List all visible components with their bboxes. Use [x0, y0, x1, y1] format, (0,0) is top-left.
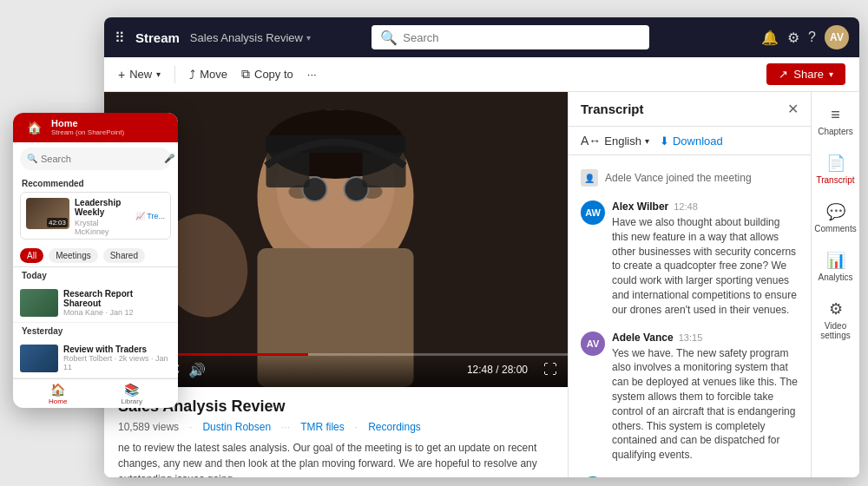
mobile-list-info-0: Research Report Shareout Mona Kane · Jan… — [63, 289, 171, 317]
search-bar[interactable]: 🔍 — [372, 25, 649, 49]
mobile-search-bar[interactable]: 🔍 🎤 — [20, 148, 171, 170]
video-location2[interactable]: Recordings — [368, 421, 421, 433]
mobile-list-sub-0: Mona Kane · Jan 12 — [63, 308, 171, 317]
mobile-list-title-0: Research Report Shareout — [63, 289, 171, 308]
mobile-nav-home[interactable]: 🏠 Home — [49, 383, 67, 405]
download-button[interactable]: ⬇ Download — [660, 135, 723, 148]
time-current: 12:48 — [467, 364, 493, 376]
meta-dot: · — [189, 421, 192, 433]
mobile-tab-all[interactable]: All — [20, 248, 43, 263]
sidebar-transcript-button[interactable]: 📄 Transcript — [812, 147, 859, 192]
mobile-tab-shared[interactable]: Shared — [103, 248, 145, 263]
transcript-panel: Transcript ✕ A↔ English ▾ ⬇ Download 👤 A… — [568, 92, 811, 477]
copy-to-button[interactable]: ⧉ Copy to — [241, 67, 293, 82]
comments-icon: 💬 — [826, 202, 845, 221]
mobile-list-info-1: Review with Traders Robert Tolbert · 2k … — [63, 345, 171, 372]
right-sidebar: ≡ Chapters 📄 Transcript 💬 Comments 📊 Ana… — [811, 92, 859, 477]
entry-name-0: Alex Wilber — [612, 200, 668, 213]
transcript-entry-2[interactable]: DM Daniela Mandera 13:50 We're off to a … — [569, 470, 811, 477]
sidebar-comments-button[interactable]: 💬 Comments — [812, 195, 859, 240]
move-icon: ⤴ — [189, 68, 195, 82]
chevron-down-icon: ▾ — [156, 69, 161, 79]
close-button[interactable]: ✕ — [787, 101, 799, 117]
more-button[interactable]: ··· — [307, 68, 317, 81]
mobile-recommended-card[interactable]: 42:03 Leadership Weekly Krystal McKinney… — [20, 192, 171, 240]
entry-text-0: Have we also thought about building this… — [612, 215, 799, 318]
video-author[interactable]: Dustin Robsen — [202, 421, 271, 433]
breadcrumb-text: Sales Analysis Review — [190, 31, 303, 44]
mobile-tab-meetings[interactable]: Meetings — [49, 248, 98, 263]
mobile-overlay: 🏠 Home Stream (on SharePoint) 🔍 🎤 Recomm… — [13, 113, 178, 408]
entry-content-2: Daniela Mandera 13:50 We're off to a gre… — [612, 476, 799, 477]
mobile-list-item-0[interactable]: Research Report Shareout Mona Kane · Jan… — [13, 284, 178, 323]
more-label: ··· — [307, 68, 317, 81]
help-icon[interactable]: ? — [808, 30, 816, 45]
video-location1[interactable]: TMR files — [300, 421, 345, 433]
transcript-entry-1[interactable]: AV Adele Vance 13:15 Yes we have. The ne… — [569, 325, 811, 470]
sidebar-chapters-button[interactable]: ≡ Chapters — [812, 99, 859, 143]
mobile-library-nav-label: Library — [121, 397, 141, 405]
sidebar-analytics-button[interactable]: 📊 Analytics — [812, 244, 859, 289]
transcript-toolbar: A↔ English ▾ ⬇ Download — [569, 127, 811, 155]
waffle-icon[interactable]: ⠿ — [115, 30, 125, 46]
app-name: Stream — [135, 30, 180, 45]
mobile-list-sub-1: Robert Tolbert · 2k views · Jan 11 — [63, 354, 171, 371]
chevron-down-icon: ▾ — [645, 136, 649, 146]
mobile-thumb-duration: 42:03 — [47, 218, 68, 227]
entry-header-1: Adele Vance 13:15 — [612, 332, 799, 344]
main-content: ⏸ ⏭ CC 🔊 12:48 / 28:00 ⛶ Sales Analysis … — [104, 92, 859, 477]
time-separator: / — [496, 364, 502, 376]
mobile-list-thumb-0 — [20, 289, 58, 317]
video-meta: 10,589 views · Dustin Robsen ··· TMR fil… — [118, 421, 554, 433]
entry-avatar-2: DM — [581, 476, 605, 477]
sidebar-video-settings-button[interactable]: ⚙ Video settings — [812, 292, 859, 347]
transcript-entry-0[interactable]: AW Alex Wilber 12:48 Have we also though… — [569, 194, 811, 325]
breadcrumb: Sales Analysis Review ▾ — [190, 31, 311, 44]
join-icon: 👤 — [581, 169, 598, 187]
language-selector[interactable]: A↔ English ▾ — [581, 134, 649, 148]
time-display: 12:48 / 28:00 — [467, 364, 528, 376]
mobile-card-author: Krystal McKinney — [75, 219, 130, 236]
entry-content-0: Alex Wilber 12:48 Have we also thought a… — [612, 200, 799, 318]
video-settings-icon: ⚙ — [829, 299, 843, 319]
mobile-list-title-1: Review with Traders — [63, 345, 171, 354]
transcript-body[interactable]: 👤 Adele Vance joined the meeting AW Alex… — [569, 155, 811, 477]
video-description: ne to review the latest sales analysis. … — [118, 440, 554, 477]
download-label: Download — [673, 135, 723, 148]
mobile-top-bar: 🏠 Home Stream (on SharePoint) — [13, 113, 178, 142]
fullscreen-button[interactable]: ⛶ — [543, 362, 557, 378]
avatar[interactable]: AV — [825, 25, 849, 49]
mobile-today-label: Today — [13, 267, 178, 284]
transcript-title: Transcript — [581, 102, 644, 116]
share-button[interactable]: ↗ Share ▾ — [766, 63, 845, 85]
language-label: English — [604, 135, 641, 148]
chevron-down-icon: ▾ — [306, 33, 311, 43]
mobile-search-input[interactable] — [41, 154, 161, 164]
volume-icon[interactable]: 🔊 — [188, 362, 206, 378]
mobile-nav-library[interactable]: 📚 Library — [121, 383, 141, 405]
mobile-library-nav-icon: 📚 — [124, 383, 139, 397]
mobile-list-item-1[interactable]: Review with Traders Robert Tolbert · 2k … — [13, 339, 178, 378]
search-input[interactable] — [403, 31, 641, 44]
video-settings-label: Video settings — [815, 321, 856, 340]
mobile-recommended-label: Recommended — [13, 175, 178, 192]
toolbar-divider — [174, 66, 175, 83]
gear-icon[interactable]: ⚙ — [787, 30, 799, 46]
move-button[interactable]: ⤴ Move — [189, 68, 227, 82]
mobile-card-thumb: 42:03 — [26, 198, 69, 229]
notification-icon[interactable]: 🔔 — [761, 30, 779, 46]
new-label: New — [129, 68, 152, 81]
meta-dot3: · — [355, 421, 358, 433]
new-button[interactable]: + New ▾ — [118, 68, 161, 82]
transcript-sidebar-label: Transcript — [816, 175, 854, 185]
meta-dot2: ··· — [281, 421, 290, 433]
chapters-label: Chapters — [818, 127, 853, 136]
entry-time-0: 12:48 — [674, 201, 698, 212]
mobile-app-info: Home Stream (on SharePoint) — [51, 118, 124, 136]
translate-icon: A↔ — [581, 134, 601, 148]
mobile-yesterday-label: Yesterday — [13, 323, 178, 339]
share-icon: ↗ — [779, 68, 788, 81]
join-notice-text: Adele Vance joined the meeting — [605, 172, 752, 184]
browser-window: ⠿ Stream Sales Analysis Review ▾ 🔍 🔔 ⚙ ?… — [104, 17, 859, 477]
mobile-mic-icon[interactable]: 🎤 — [164, 154, 174, 163]
